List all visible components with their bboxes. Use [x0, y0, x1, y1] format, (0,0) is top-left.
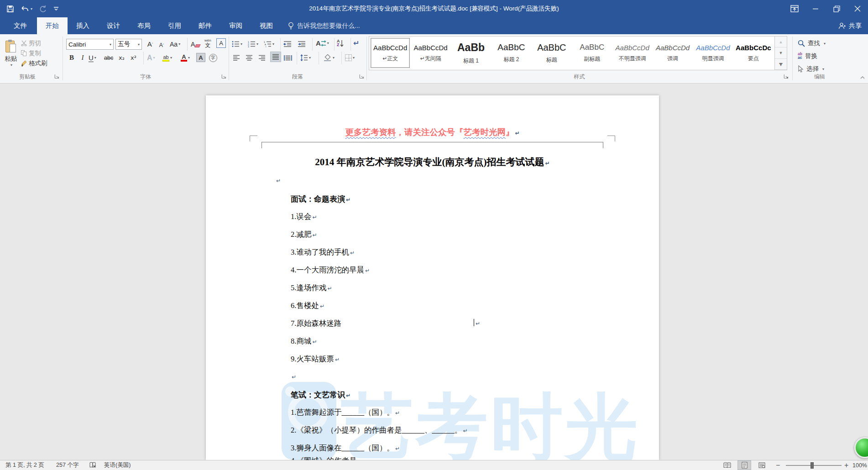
style-item[interactable]: AaBbC标题 2 [492, 38, 531, 68]
character-border-button[interactable]: A [216, 38, 226, 48]
subscript-button[interactable]: x₂ [119, 52, 125, 63]
font-size-combo[interactable]: 五号▾ [115, 39, 142, 50]
close-icon[interactable] [847, 0, 868, 17]
text-effects-button[interactable]: A▾ [147, 52, 155, 63]
styles-scroll-down-icon[interactable]: ▼ [775, 47, 787, 58]
style-item[interactable]: AaBbCcDd↵正文 [371, 38, 410, 68]
numbering-button[interactable]: 123▾ [248, 39, 258, 49]
doc-line: ↵ [291, 372, 583, 381]
web-layout-button[interactable] [755, 460, 769, 470]
shading-button[interactable]: ▾ [323, 52, 335, 63]
undo-dropdown-carat[interactable]: ▾ [31, 7, 32, 11]
save-icon[interactable] [6, 5, 14, 13]
replace-button[interactable]: ab ac 替换 [798, 51, 817, 62]
share-button[interactable]: 共享 [838, 17, 862, 34]
tab-1[interactable]: 插入 [68, 17, 98, 34]
character-shading-button[interactable]: A [196, 53, 205, 62]
word-count-indicator[interactable]: 257 个字 [56, 460, 78, 470]
tab-7[interactable]: 视图 [251, 17, 282, 34]
clear-formatting-button[interactable]: A [191, 39, 200, 49]
find-button[interactable]: 查找▾ [798, 38, 826, 49]
styles-scroll-up-icon[interactable]: ▲ [775, 37, 787, 47]
restore-icon[interactable] [826, 0, 847, 17]
asian-layout-button[interactable]: A ▾ [316, 38, 329, 48]
bold-button[interactable]: B [68, 52, 76, 63]
font-name-combo[interactable]: Calibri▾ [66, 39, 114, 50]
italic-button[interactable]: I [79, 52, 86, 63]
increase-indent-button[interactable] [298, 39, 306, 49]
bold-glyph: B [69, 54, 74, 62]
change-case-glyph: Aa [170, 41, 178, 48]
proofing-status-icon[interactable] [89, 460, 96, 470]
distribute-button[interactable] [284, 52, 292, 63]
zoom-in-button[interactable]: + [844, 460, 848, 470]
align-center-button[interactable] [246, 52, 253, 63]
phonetic-guide-button[interactable]: wén 文 [204, 38, 211, 48]
tab-4[interactable]: 引用 [159, 17, 190, 34]
style-item[interactable]: AaBbC标题 [532, 38, 571, 68]
font-color-button[interactable]: A ▾ [181, 52, 190, 63]
page-number-indicator[interactable]: 第 1 页, 共 2 页 [5, 460, 44, 470]
zoom-level-indicator[interactable]: 100% [852, 460, 867, 470]
enclose-characters-button[interactable]: 字 [209, 52, 217, 63]
copy-button[interactable]: 复制 [21, 48, 41, 58]
minimize-icon[interactable] [805, 0, 826, 17]
tab-5[interactable]: 邮件 [190, 17, 220, 34]
paragraph-dialog-launcher-icon[interactable] [359, 73, 365, 80]
zoom-out-button[interactable]: − [776, 460, 780, 470]
read-mode-button[interactable] [720, 460, 734, 470]
align-left-button[interactable] [233, 52, 240, 63]
tab-home-active[interactable]: 开始 [37, 17, 68, 34]
sort-button[interactable]: A Z [337, 38, 344, 48]
underline-button[interactable]: U▾ [89, 52, 96, 63]
style-item[interactable]: AaBbC副标题 [572, 38, 612, 68]
tab-2[interactable]: 设计 [98, 17, 129, 34]
language-indicator[interactable]: 英语(美国) [104, 460, 131, 470]
collapse-ribbon-icon[interactable] [860, 75, 865, 80]
justify-button[interactable] [270, 52, 281, 62]
undo-icon[interactable]: ▾ [21, 5, 32, 12]
style-item[interactable]: AaBb标题 1 [451, 38, 491, 68]
format-painter-button[interactable]: 格式刷 [21, 58, 47, 68]
style-item[interactable]: AaBbCcDc要点 [734, 38, 773, 68]
shrink-font-button[interactable]: Aˇ [157, 40, 166, 50]
grow-font-glyph: A [147, 40, 152, 48]
grow-font-button[interactable]: Aˆ [145, 39, 155, 49]
styles-more-icon[interactable]: ▬▼ [775, 59, 787, 70]
decrease-indent-button[interactable] [283, 39, 292, 49]
style-item[interactable]: AaBbCcDd明显强调 [693, 38, 732, 68]
zoom-slider-thumb[interactable] [810, 462, 814, 469]
highlight-button[interactable]: ab ▾ [162, 52, 172, 63]
copy-label: 复制 [29, 49, 41, 57]
tab-3[interactable]: 布局 [129, 17, 159, 34]
tab-6[interactable]: 审阅 [220, 17, 251, 34]
cut-button[interactable]: 剪切 [21, 38, 41, 48]
align-right-button[interactable] [258, 52, 266, 63]
bullets-button[interactable]: ▾ [232, 39, 242, 49]
zoom-slider-track[interactable] [786, 465, 842, 466]
styles-dialog-launcher-icon[interactable] [783, 73, 790, 80]
tell-me-box[interactable]: 告诉我您想要做什么... [288, 17, 360, 34]
paste-button[interactable]: 粘贴 ▾ [3, 37, 19, 70]
ribbon-display-options-icon[interactable] [784, 0, 805, 17]
show-formatting-marks-button[interactable]: ↵ [353, 38, 359, 48]
style-item[interactable]: AaBbCcDd不明显强调 [612, 38, 652, 68]
customize-qat-icon[interactable] [53, 6, 59, 11]
document-page[interactable]: 艺考时光 更多艺考资料，请关注公众号『艺考时光网』↵ 2014 年南京艺术学院导… [206, 95, 659, 460]
font-dialog-launcher-icon[interactable] [221, 73, 227, 80]
borders-button[interactable]: ▾ [345, 52, 355, 63]
style-item[interactable]: AaBbCcDd强调 [653, 38, 692, 68]
italic-glyph: I [82, 54, 84, 62]
style-item[interactable]: AaBbCcDd↵无间隔 [411, 38, 450, 68]
copy-icon [21, 50, 27, 56]
change-case-button[interactable]: Aa▾ [170, 39, 180, 49]
clipboard-dialog-launcher-icon[interactable] [54, 73, 60, 80]
multilevel-list-button[interactable]: 1ai▾ [264, 39, 274, 49]
doc-line: 7.原始森林迷路↵ [291, 319, 583, 329]
redo-icon[interactable] [39, 5, 47, 13]
superscript-button[interactable]: x² [131, 52, 136, 63]
line-spacing-button[interactable]: ▾ [300, 52, 311, 63]
tab-file[interactable]: 文件 [4, 17, 37, 34]
strikethrough-button[interactable]: abc [104, 52, 113, 63]
print-layout-button[interactable] [737, 460, 751, 470]
